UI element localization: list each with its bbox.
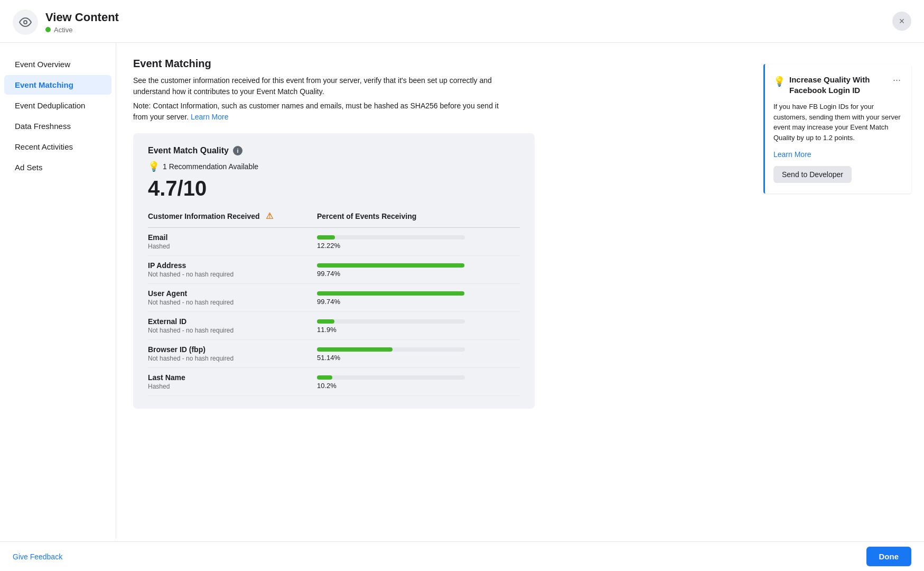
row-percent-cell: 99.74% (317, 256, 520, 284)
row-label-cell: EmailHashed (148, 228, 317, 256)
table-row: EmailHashed 12.22% (148, 228, 520, 256)
info-icon[interactable]: i (233, 146, 242, 155)
sidebar-item-recent-activities[interactable]: Recent Activities (4, 137, 111, 156)
sidebar-item-event-matching[interactable]: Event Matching (4, 75, 111, 95)
progress-track (317, 375, 465, 380)
row-percent-cell: 11.9% (317, 312, 520, 340)
quality-card-header: Event Match Quality i (148, 146, 520, 155)
sidebar-item-event-deduplication[interactable]: Event Deduplication (4, 96, 111, 115)
row-label-cell: Last NameHashed (148, 368, 317, 396)
progress-track (317, 235, 465, 240)
row-sublabel: Hashed (148, 383, 317, 390)
progress-wrap: 10.2% (317, 373, 520, 390)
row-percent-cell: 99.74% (317, 284, 520, 312)
progress-label: 99.74% (317, 270, 520, 278)
progress-label: 99.74% (317, 298, 520, 306)
send-to-developer-button[interactable]: Send to Developer (773, 166, 852, 183)
quality-score: 4.7/10 (148, 177, 520, 200)
row-label: Email (148, 233, 317, 242)
progress-fill (317, 319, 334, 324)
col-header-customer-info: Customer Information Received ⚠ (148, 211, 317, 228)
panel-bulb-icon: 💡 (773, 76, 785, 87)
row-percent-cell: 51.14% (317, 340, 520, 368)
table-row: Last NameHashed 10.2% (148, 368, 520, 396)
recommendation-label: 1 Recommendation Available (163, 162, 258, 171)
progress-fill (317, 235, 335, 240)
row-percent-cell: 10.2% (317, 368, 520, 396)
progress-label: 10.2% (317, 382, 520, 390)
row-label: Last Name (148, 373, 317, 382)
row-label: User Agent (148, 289, 317, 298)
row-label-cell: Browser ID (fbp)Not hashed - no hash req… (148, 340, 317, 368)
table-row: External IDNot hashed - no hash required… (148, 312, 520, 340)
row-label: IP Address (148, 261, 317, 270)
progress-wrap: 99.74% (317, 261, 520, 278)
recommendation-badge: 💡 1 Recommendation Available (148, 161, 520, 172)
row-label: External ID (148, 317, 317, 326)
status-dot (45, 27, 51, 32)
progress-wrap: 12.22% (317, 233, 520, 250)
row-label-cell: IP AddressNot hashed - no hash required (148, 256, 317, 284)
row-sublabel: Not hashed - no hash required (148, 271, 317, 278)
close-button[interactable]: × (892, 12, 911, 31)
status-row: Active (45, 26, 119, 34)
row-sublabel: Hashed (148, 243, 317, 250)
progress-track (317, 347, 465, 352)
svg-point-0 (24, 21, 27, 24)
main-content: Event Matching See the customer informat… (116, 43, 755, 539)
row-percent-cell: 12.22% (317, 228, 520, 256)
more-options-button[interactable]: ··· (891, 75, 903, 86)
progress-fill (317, 263, 464, 268)
row-label-cell: External IDNot hashed - no hash required (148, 312, 317, 340)
progress-track (317, 319, 465, 324)
warning-triangle-icon: ⚠ (266, 211, 273, 220)
done-button[interactable]: Done (866, 547, 912, 566)
panel-title-row: 💡 Increase Quality With Facebook Login I… (773, 75, 891, 95)
header-title-block: View Content Active (45, 11, 119, 33)
progress-label: 11.9% (317, 326, 520, 334)
progress-label: 12.22% (317, 242, 520, 250)
right-panel: 💡 Increase Quality With Facebook Login I… (763, 64, 911, 194)
row-sublabel: Not hashed - no hash required (148, 327, 317, 334)
table-row: Browser ID (fbp)Not hashed - no hash req… (148, 340, 520, 368)
row-sublabel: Not hashed - no hash required (148, 355, 317, 362)
sidebar-item-ad-sets[interactable]: Ad Sets (4, 158, 111, 177)
section-description: See the customer information received fo… (133, 75, 514, 97)
progress-label: 51.14% (317, 354, 520, 362)
col-header-percent: Percent of Events Receiving (317, 211, 520, 228)
progress-wrap: 99.74% (317, 289, 520, 306)
quality-card-title: Event Match Quality (148, 146, 229, 155)
customer-info-table: Customer Information Received ⚠ Percent … (148, 211, 520, 396)
main-layout: Event Overview Event Matching Event Dedu… (0, 43, 924, 539)
panel-title: Increase Quality With Facebook Login ID (789, 75, 891, 95)
row-label: Browser ID (fbp) (148, 345, 317, 354)
give-feedback-link[interactable]: Give Feedback (13, 552, 62, 561)
table-row: IP AddressNot hashed - no hash required … (148, 256, 520, 284)
sidebar-item-event-overview[interactable]: Event Overview (4, 54, 111, 74)
progress-track (317, 263, 465, 268)
view-content-icon (13, 10, 38, 35)
row-label-cell: User AgentNot hashed - no hash required (148, 284, 317, 312)
section-note: Note: Contact Information, such as custo… (133, 100, 514, 123)
progress-wrap: 11.9% (317, 317, 520, 334)
progress-fill (317, 291, 464, 296)
progress-track (317, 291, 465, 296)
quality-card: Event Match Quality i 💡 1 Recommendation… (133, 133, 535, 409)
panel-learn-more-link[interactable]: Learn More (773, 150, 903, 159)
sidebar: Event Overview Event Matching Event Dedu… (0, 43, 116, 539)
page-title: View Content (45, 11, 119, 24)
section-title: Event Matching (133, 58, 738, 70)
progress-fill (317, 375, 332, 380)
progress-wrap: 51.14% (317, 345, 520, 362)
right-panel-wrapper: 💡 Increase Quality With Facebook Login I… (755, 43, 924, 539)
sidebar-item-data-freshness[interactable]: Data Freshness (4, 116, 111, 136)
progress-fill (317, 347, 393, 352)
footer: Give Feedback Done (0, 541, 924, 571)
panel-header: 💡 Increase Quality With Facebook Login I… (773, 75, 903, 95)
learn-more-link[interactable]: Learn More (191, 113, 229, 121)
row-sublabel: Not hashed - no hash required (148, 299, 317, 306)
status-label: Active (54, 26, 72, 34)
table-row: User AgentNot hashed - no hash required … (148, 284, 520, 312)
panel-body: If you have FB Login IDs for your custom… (773, 102, 903, 143)
bulb-icon: 💡 (148, 161, 160, 172)
